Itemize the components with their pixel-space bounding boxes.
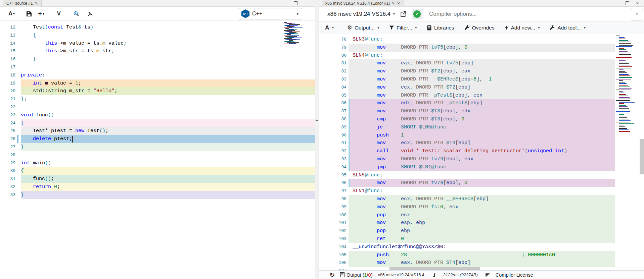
asm-font-size-button[interactable]: A ▾: [325, 24, 334, 31]
asm-line[interactable]: 93 mov DWORD PTR tv79[ebp], eax: [319, 155, 644, 163]
source-line[interactable]: 21};: [0, 95, 315, 103]
source-line[interactable]: 27}: [0, 143, 315, 151]
asm-line[interactable]: 86 mov edx, DWORD PTR _pTest$[ebp]: [319, 99, 644, 107]
asm-line[interactable]: 95$LN5@func:: [319, 171, 644, 179]
source-line[interactable]: 26 delete pTest;: [0, 135, 315, 143]
filter-menu-button[interactable]: Filter... ▾: [389, 25, 417, 31]
asm-line[interactable]: 87 mov DWORD PTR $T3[ebp], edx: [319, 107, 644, 115]
asm-line[interactable]: 98 mov ecx, DWORD PTR __$EHRec$[ebp]: [319, 195, 644, 203]
compiler-license-link[interactable]: Compiler License: [496, 272, 533, 278]
compiler-options-input[interactable]: [428, 10, 631, 18]
asm-line[interactable]: 96 mov DWORD PTR tv79[ebp], 0: [319, 179, 644, 187]
token-d: func: [33, 112, 48, 118]
token-sp: [353, 164, 377, 170]
source-line[interactable]: 16 }: [0, 55, 315, 63]
source-line[interactable]: 25 Test* pTest = new Test();: [0, 127, 315, 135]
language-select[interactable]: C++ C++ ▾: [238, 8, 302, 19]
asm-vertical-scrollbar[interactable]: [639, 34, 644, 272]
add-pane-button[interactable]: + ▾: [38, 9, 44, 18]
source-line[interactable]: 12 Test(const Test& ts): [0, 23, 315, 32]
token-b: }: [21, 56, 36, 62]
source-line[interactable]: 23void func(): [0, 111, 315, 119]
source-line[interactable]: 32 return 0;: [0, 183, 315, 191]
asm-line[interactable]: 89 je SHORT $LN5@func: [319, 123, 644, 131]
scrollbar-thumb[interactable]: [640, 139, 644, 174]
maximize-pane-button[interactable]: [294, 1, 297, 5]
output-menu-button[interactable]: ⚙ Output... ▾: [347, 24, 379, 31]
source-line[interactable]: 30{: [0, 167, 315, 175]
asm-line[interactable]: 82 mov DWORD PTR $T2[ebp], eax: [319, 67, 644, 75]
asm-line[interactable]: 85 mov DWORD PTR _pTest$[ebp], ecx: [319, 92, 644, 100]
options-dropdown-button[interactable]: ▾: [631, 8, 643, 20]
close-tab-icon[interactable]: ✕: [397, 1, 400, 6]
asm-line[interactable]: 94 jmp SHORT $LN1@func: [319, 163, 644, 171]
rename-icon[interactable]: ✎: [392, 1, 395, 6]
line-number: 25: [0, 127, 21, 135]
source-line[interactable]: 33}: [0, 191, 315, 199]
asm-line[interactable]: 83 mov DWORD PTR __$EHRec$[ebp+8], -1: [319, 75, 644, 83]
source-line[interactable]: 14 this->m_value = ts.m_value;: [0, 40, 315, 48]
search-button[interactable]: [73, 9, 80, 18]
font-size-button[interactable]: A ▾: [8, 9, 15, 18]
open-compiler-site-button[interactable]: [400, 11, 406, 17]
source-line[interactable]: 20 std::string m_str = "Hello";: [0, 87, 315, 95]
asm-line[interactable]: 81 mov eax, DWORD PTR tv75[ebp]: [319, 59, 644, 67]
asm-line[interactable]: 84 mov ecx, DWORD PTR $T2[ebp]: [319, 83, 644, 92]
source-line[interactable]: 24{: [0, 119, 315, 127]
asm-line[interactable]: 78$LN3@func:: [319, 36, 644, 44]
rename-icon[interactable]: ✎: [35, 1, 38, 6]
asm-line[interactable]: 101 mov esp, ebp: [319, 219, 644, 227]
source-line[interactable]: 18private:: [0, 71, 315, 79]
tab-compiler[interactable]: x86 msvc v19.24 VS16.4 (Editor #1) ✎ ✕: [322, 0, 404, 7]
source-minimap[interactable]: [284, 22, 301, 44]
linked-code-marker: [349, 107, 350, 115]
asm-minimap[interactable]: [616, 36, 638, 132]
recompile-button[interactable]: ↻: [330, 271, 335, 279]
output-toggle-button[interactable]: Output (1/0): [340, 272, 372, 278]
token-p: ]: [470, 60, 473, 66]
asm-line[interactable]: 100 pop ecx: [319, 211, 644, 219]
asm-line[interactable]: 99 mov DWORD PTR fs:0, ecx: [319, 203, 644, 211]
source-line[interactable]: 29int main(): [0, 159, 315, 167]
source-line[interactable]: 17: [0, 63, 315, 71]
sort-button[interactable]: [485, 273, 490, 277]
asm-line[interactable]: 102 pop ebp: [319, 227, 644, 235]
token-sym: __$EHRec$: [446, 196, 473, 202]
stag-button[interactable]: [87, 9, 93, 18]
asm-line[interactable]: 106 mov eax, DWORD PTR $T4[ebp]: [319, 259, 644, 267]
token-b: (: [45, 24, 48, 30]
asm-line[interactable]: 103 ret 0: [319, 235, 644, 243]
source-editor[interactable]: 12 Test(const Test& ts)13 {14 this->m_va…: [0, 21, 315, 279]
source-line[interactable]: 28: [0, 151, 315, 159]
maximize-pane-button[interactable]: [626, 1, 629, 5]
token-num: 8: [473, 76, 476, 82]
source-line[interactable]: 15 this->m_str = ts.m_str;: [0, 47, 315, 55]
add-tool-button[interactable]: Add tool... ▾: [550, 25, 585, 31]
asm-line[interactable]: 91 mov ecx, DWORD PTR $T3[ebp]: [319, 139, 644, 147]
libraries-button[interactable]: Libraries: [427, 25, 454, 31]
minimap-mark: [619, 117, 627, 118]
asm-editor[interactable]: 78$LN3@func:79 mov DWORD PTR tv75[ebp], …: [319, 34, 644, 272]
source-line[interactable]: 31 func();: [0, 175, 315, 183]
compiler-select[interactable]: x86 msvc v19.24 VS16.4 ▾: [327, 11, 395, 17]
info-icon[interactable]: i: [433, 272, 435, 278]
overrides-button[interactable]: Overrides: [464, 25, 495, 31]
close-pane-button[interactable]: ✕: [636, 1, 639, 6]
asm-line[interactable]: 105 push 28 ; 0000001cH: [319, 251, 644, 259]
save-button[interactable]: [26, 9, 32, 18]
source-line[interactable]: 19 int m_value = 1;: [0, 79, 315, 88]
add-new-button[interactable]: + Add new... ▾: [505, 25, 540, 31]
asm-line[interactable]: 90 push 1: [319, 131, 644, 140]
asm-line[interactable]: 88 cmp DWORD PTR $T3[ebp], 0: [319, 115, 644, 123]
asm-line[interactable]: 92 call void * Test::`scalar deleting de…: [319, 147, 644, 155]
asm-line[interactable]: 104__unwindfunclet$?func@@YAXXZ$0:: [319, 243, 644, 251]
vim-toggle-button[interactable]: V: [57, 9, 61, 18]
pane-splitter[interactable]: [315, 0, 319, 279]
source-line[interactable]: 22: [0, 103, 315, 111]
tab-source[interactable]: C++ source #1 ✎: [3, 0, 42, 7]
asm-line[interactable]: 97$LN1@func:: [319, 187, 644, 195]
token-sp: [353, 260, 377, 266]
asm-line[interactable]: 79 mov DWORD PTR tv75[ebp], 0: [319, 44, 644, 52]
source-line[interactable]: 13 {: [0, 32, 315, 40]
asm-line[interactable]: 80$LN4@func:: [319, 52, 644, 60]
